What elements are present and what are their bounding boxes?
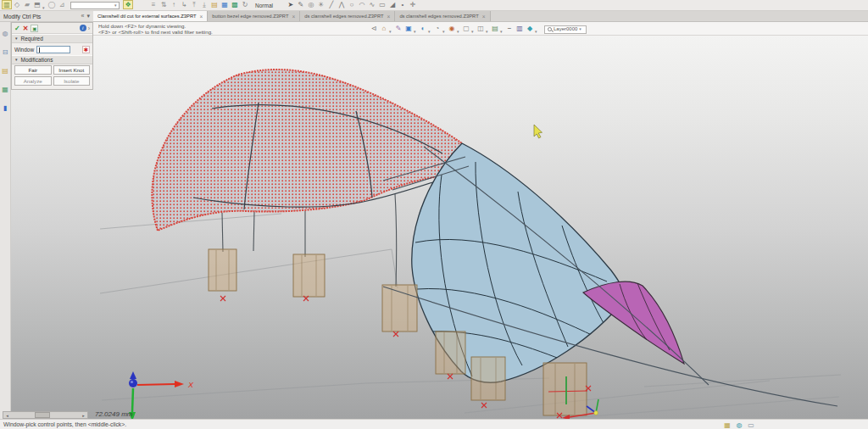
side-tab-strip: ◍⊟▤▦▮ bbox=[0, 22, 11, 419]
panel-collapse-icon[interactable]: « bbox=[81, 13, 85, 20]
dialog-toolbar: ✓ ✕ ▣ i › bbox=[12, 23, 92, 34]
analyze-button[interactable]: Analyze bbox=[14, 76, 52, 86]
apply-button[interactable]: ▣ bbox=[31, 25, 38, 32]
circle-tool-icon[interactable]: ○ bbox=[347, 0, 357, 9]
list-view-icon[interactable]: ≡ bbox=[148, 0, 159, 9]
layer-selector[interactable]: Layer0000 ▾ bbox=[544, 25, 587, 34]
visual-manager-icon[interactable]: ▦ bbox=[1, 85, 10, 94]
document-tab[interactable]: ds clamshell edges removed.Z3PRT× bbox=[395, 11, 490, 21]
display-monitor-icon[interactable]: ▭ bbox=[747, 421, 755, 429]
required-marker-icon[interactable]: ✱ bbox=[82, 46, 90, 53]
document-tab[interactable]: ds clamshell edges removed.Z3PRT× bbox=[300, 11, 395, 21]
horizontal-scrollbar[interactable]: ◂ ▸ bbox=[3, 411, 88, 419]
ok-button[interactable]: ✓ bbox=[14, 25, 20, 32]
grid-toggle-icon[interactable]: ▦ bbox=[723, 421, 732, 429]
insert-above-icon[interactable]: ⤒ bbox=[189, 0, 199, 9]
step-forward-icon[interactable]: ↳ bbox=[179, 0, 189, 9]
expand-icon[interactable]: › bbox=[88, 25, 90, 31]
control-box[interactable] bbox=[293, 254, 325, 297]
section-view-icon[interactable]: ◫ bbox=[476, 24, 486, 33]
folder-manager-icon[interactable]: ▤ bbox=[1, 66, 10, 75]
control-box[interactable] bbox=[436, 332, 465, 374]
arc-tool-icon[interactable]: ◠ bbox=[357, 0, 367, 9]
scroll-right-arrow[interactable]: ▸ bbox=[80, 413, 87, 418]
quick-filter-combobox[interactable]: ▾ bbox=[70, 2, 120, 9]
tab-close-icon[interactable]: × bbox=[200, 14, 203, 20]
point-cloud-surface[interactable] bbox=[152, 70, 465, 231]
snap-star-icon[interactable]: ✳ bbox=[316, 0, 326, 9]
tab-close-icon[interactable]: × bbox=[387, 14, 391, 20]
exit-view-icon[interactable]: ⊲ bbox=[369, 24, 379, 33]
sketch-pen-icon[interactable]: ✎ bbox=[296, 0, 306, 9]
world-view-icon[interactable]: ◍ bbox=[735, 421, 743, 429]
measure-icon[interactable]: ⊿ bbox=[57, 0, 67, 9]
hide-entity-icon[interactable]: − bbox=[504, 24, 515, 33]
status-bar: Window-pick control points, then <middle… bbox=[0, 419, 868, 429]
control-box[interactable] bbox=[209, 249, 236, 291]
gem-display-icon[interactable]: ◆ bbox=[525, 24, 535, 33]
scrollbar-thumb[interactable] bbox=[35, 412, 50, 418]
highlight-mode-icon[interactable]: ◉ bbox=[447, 24, 457, 33]
polyline-tool-icon[interactable]: ⋀ bbox=[337, 0, 347, 9]
scrollbar-track[interactable] bbox=[11, 412, 80, 418]
display-toggle-icon[interactable]: ▥ bbox=[2, 0, 12, 9]
collapse-triangle-icon: ▼ bbox=[14, 36, 18, 41]
fair-button[interactable]: Fair bbox=[14, 65, 52, 75]
tab-close-icon[interactable]: × bbox=[292, 14, 295, 20]
document-tab[interactable]: button bezel edge removed.Z3PRT× bbox=[208, 11, 300, 21]
info-icon[interactable]: i bbox=[80, 25, 86, 31]
redline-pen-icon[interactable]: ✎ bbox=[393, 24, 403, 33]
rectangle-tool-icon[interactable]: ▭ bbox=[377, 0, 387, 9]
panel-menu-icon[interactable]: ▾ bbox=[86, 13, 90, 20]
insert-below-icon[interactable]: ⤓ bbox=[199, 0, 209, 9]
wireframe-mode-icon[interactable]: ◇ bbox=[12, 0, 22, 9]
insert-knot-button[interactable]: Insert Knot bbox=[53, 65, 91, 75]
table-display-icon[interactable]: ▥ bbox=[515, 24, 525, 33]
grid-display-icon[interactable]: ▤ bbox=[490, 24, 500, 33]
shading-mode-icon[interactable]: ▣ bbox=[403, 24, 414, 33]
tab-label: button bezel edge removed.Z3PRT bbox=[212, 14, 288, 19]
view-orient-icon[interactable]: ⬒ bbox=[32, 0, 42, 9]
move-up-icon[interactable]: ↑ bbox=[169, 0, 179, 9]
sort-order-icon[interactable]: ⇅ bbox=[159, 0, 169, 9]
tab-label: Clamshell dtl cut for external surfaces.… bbox=[97, 14, 197, 19]
mouse-cursor bbox=[534, 125, 542, 138]
window-input[interactable] bbox=[36, 46, 70, 53]
assembly-tree-icon[interactable]: ⊟ bbox=[1, 47, 10, 57]
document-tab[interactable]: Clamshell dtl cut for external surfaces.… bbox=[93, 11, 208, 21]
spline-tool-icon[interactable]: ∿ bbox=[367, 0, 377, 9]
control-box[interactable] bbox=[543, 363, 587, 415]
x-axis-label: X bbox=[187, 381, 194, 389]
plus-tool-icon[interactable]: ✛ bbox=[408, 0, 418, 9]
point-tool-icon[interactable]: • bbox=[398, 0, 408, 9]
viewport[interactable]: X bbox=[0, 36, 868, 419]
required-section-header[interactable]: ▼ Required bbox=[12, 34, 92, 43]
target-point-icon[interactable]: ◎ bbox=[306, 0, 316, 9]
entity-filter-icon[interactable]: ❖ bbox=[123, 0, 133, 9]
select-arrow-icon[interactable]: ➤ bbox=[286, 0, 296, 9]
render-image-icon[interactable]: ▩ bbox=[230, 0, 240, 9]
role-manager-icon[interactable]: ▮ bbox=[1, 103, 10, 113]
half-shade-icon[interactable]: ◐ bbox=[418, 24, 428, 33]
gem-display-caret-icon[interactable]: ▾ bbox=[535, 29, 539, 35]
open-folder-icon[interactable]: ▤ bbox=[209, 0, 220, 9]
modifications-section-header[interactable]: ▼ Modifications bbox=[12, 55, 92, 64]
cancel-button[interactable]: ✕ bbox=[23, 25, 29, 32]
chamfer-tool-icon[interactable]: ◢ bbox=[387, 0, 398, 9]
view-manager-icon[interactable]: ◍ bbox=[1, 29, 10, 38]
plane-display-icon[interactable]: ▢ bbox=[461, 24, 471, 33]
isolate-button[interactable]: Isolate bbox=[53, 76, 91, 86]
control-box[interactable] bbox=[471, 357, 505, 400]
zoom-circle-icon[interactable]: ◯ bbox=[47, 0, 57, 9]
shaded-mode-icon[interactable]: ▰ bbox=[22, 0, 32, 9]
viewport-canvas[interactable]: X bbox=[0, 36, 868, 419]
refresh-view-icon[interactable]: ↻ bbox=[240, 0, 250, 9]
quarter-view-icon[interactable]: ◔ bbox=[432, 24, 442, 33]
home-view-icon[interactable]: ⌂ bbox=[379, 24, 389, 33]
snapshot-icon[interactable]: ▦ bbox=[220, 0, 230, 9]
layer-value: Layer0000 bbox=[554, 26, 577, 32]
search-icon bbox=[548, 27, 552, 31]
scroll-left-arrow[interactable]: ◂ bbox=[3, 413, 11, 418]
tab-close-icon[interactable]: × bbox=[482, 14, 486, 20]
line-tool-icon[interactable]: ╱ bbox=[326, 0, 337, 9]
